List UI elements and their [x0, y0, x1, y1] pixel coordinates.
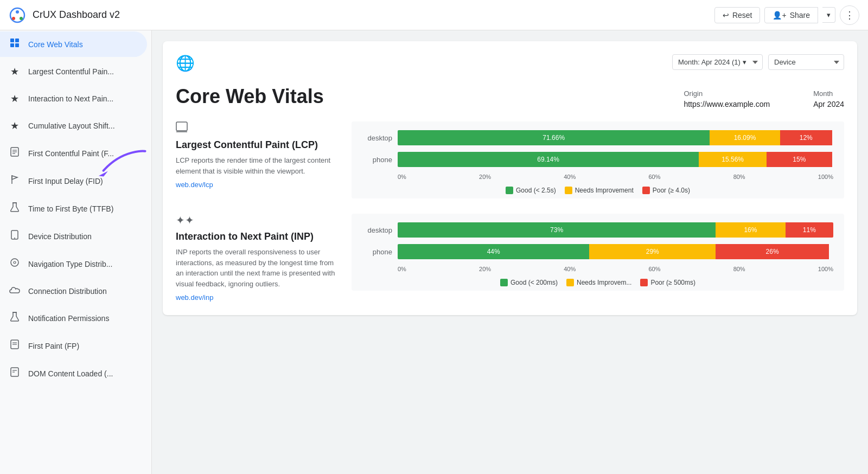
svg-rect-26	[176, 122, 187, 131]
lcp-desktop-good: 71.66%	[398, 130, 710, 145]
lcp-legend-poor: Poor (≥ 4.0s)	[642, 187, 690, 194]
lcp-link[interactable]: web.dev/lcp	[176, 181, 213, 189]
lcp-phone-poor: 15%	[767, 152, 832, 167]
inp-section: ✦✦ Interaction to Next Paint (INP) INP r…	[176, 214, 844, 302]
notification-icon	[9, 312, 21, 324]
app-title: CrUX Dashboard v2	[33, 9, 120, 21]
sidebar-label-inp: Interaction to Next Pain...	[28, 94, 113, 103]
main-layout: Core Web Vitals ★ Largest Contentful Pai…	[0, 30, 868, 474]
inp-description: INP reports the overall responsiveness t…	[176, 247, 339, 289]
inp-desktop-label: desktop	[362, 226, 392, 234]
svg-rect-6	[15, 39, 19, 42]
star-icon-inp: ★	[9, 93, 21, 105]
doc-icon-fcp	[9, 147, 21, 159]
inp-link[interactable]: web.dev/inp	[176, 293, 213, 302]
inp-phone-bar: 44% 29% 26%	[398, 244, 833, 259]
inp-legend-good: Good (< 200ms)	[500, 279, 558, 286]
reset-button[interactable]: ↩ Reset	[714, 7, 761, 23]
doc-icon-dcl	[9, 367, 21, 380]
sidebar-item-fp[interactable]: First Paint (FP)	[0, 333, 147, 358]
needs-color-dot	[565, 187, 572, 194]
sidebar-label-cls: Cumulative Layout Shift...	[28, 121, 115, 130]
sidebar-label-connection: Connection Distribution	[28, 287, 107, 296]
lcp-legend-needs: Needs Improvement	[565, 187, 634, 194]
dashboard-controls: Month: Apr 2024 (1) ▾ Device	[672, 54, 844, 70]
sidebar-label-notification: Notification Permissions	[28, 314, 109, 323]
phone-icon	[9, 230, 21, 242]
lcp-desktop-needs: 16.09%	[710, 130, 780, 145]
inp-needs-dot	[566, 279, 574, 286]
svg-rect-8	[15, 43, 19, 47]
lcp-desktop-label: desktop	[362, 134, 392, 142]
dashboard-header: 🌐 Month: Apr 2024 (1) ▾ Device	[176, 54, 844, 72]
share-button[interactable]: 👤+ Share	[764, 7, 818, 23]
doc-icon-fp	[9, 340, 21, 352]
flag-icon-fid	[9, 175, 21, 187]
sidebar-label-device: Device Distribution	[28, 232, 92, 241]
inp-x-axis: 0% 20% 40% 60% 80% 100%	[362, 266, 833, 272]
svg-point-2	[12, 17, 15, 20]
lcp-phone-label: phone	[362, 156, 392, 164]
lcp-x-axis: 0% 20% 40% 60% 80% 100%	[362, 174, 833, 180]
lcp-phone-bar-row: phone 69.14% 15.56% 15%	[362, 152, 833, 167]
inp-legend: Good (< 200ms) Needs Improvem... Poor (≥…	[362, 279, 833, 286]
sidebar-item-ttfb[interactable]: Time to First Byte (TTFB)	[0, 196, 147, 221]
month-selector[interactable]: Month: Apr 2024 (1) ▾	[672, 54, 763, 70]
reset-icon: ↩	[723, 11, 729, 20]
lcp-info: Largest Contentful Paint (LCP) LCP repor…	[176, 121, 339, 189]
inp-phone-bar-row: phone 44% 29% 26%	[362, 244, 833, 259]
inp-poor-dot	[640, 279, 648, 286]
inp-legend-poor: Poor (≥ 500ms)	[640, 279, 695, 286]
lcp-legend-good: Good (< 2.5s)	[506, 187, 556, 194]
sidebar-label-fcp: First Contentful Paint (F...	[28, 149, 114, 158]
lcp-icon	[176, 121, 339, 135]
svg-point-0	[10, 8, 24, 22]
dashboard-card: 🌐 Month: Apr 2024 (1) ▾ Device Core Web …	[163, 41, 857, 315]
inp-desktop-good: 73%	[398, 222, 716, 238]
lcp-description: LCP reports the render time of the large…	[176, 155, 339, 176]
more-options-button[interactable]: ⋮	[840, 5, 859, 25]
svg-point-3	[20, 17, 23, 20]
sidebar-item-fid[interactable]: First Input Delay (FID)	[0, 168, 147, 194]
month-label: Month	[813, 89, 844, 98]
cloud-icon	[9, 285, 21, 297]
lcp-desktop-bar: 71.66% 16.09% 12%	[398, 130, 833, 145]
lcp-desktop-poor: 12%	[780, 130, 832, 145]
star-icon-lcp: ★	[9, 66, 21, 78]
lcp-phone-needs: 15.56%	[699, 152, 767, 167]
sidebar-item-core-web-vitals[interactable]: Core Web Vitals	[0, 31, 147, 57]
sidebar-label-core-web-vitals: Core Web Vitals	[28, 40, 83, 49]
device-selector[interactable]: Device	[768, 54, 844, 70]
page-title: Core Web Vitals	[176, 85, 324, 108]
svg-point-18	[14, 261, 16, 264]
sidebar-item-inp[interactable]: ★ Interaction to Next Pain...	[0, 86, 147, 111]
inp-desktop-needs: 16%	[716, 222, 785, 238]
header-left: CrUX Dashboard v2	[9, 7, 120, 24]
origin-meta: Origin https://www.example.com	[684, 89, 770, 108]
share-caret-button[interactable]: ▾	[822, 7, 835, 23]
share-icon: 👤+	[773, 11, 786, 20]
svg-rect-7	[10, 43, 14, 47]
crux-logo-icon: 🌐	[176, 54, 195, 72]
sidebar-item-lcp[interactable]: ★ Largest Contentful Pain...	[0, 59, 147, 84]
lcp-chart: desktop 71.66% 16.09% 12% phone 69.14% 1…	[352, 121, 844, 198]
lcp-legend: Good (< 2.5s) Needs Improvement Poor (≥ …	[362, 187, 833, 194]
inp-chart: desktop 73% 16% 11% phone 44% 29%	[352, 214, 844, 291]
origin-label: Origin	[684, 89, 770, 98]
header-right: ↩ Reset 👤+ Share ▾ ⋮	[714, 5, 859, 25]
sidebar-item-nav-type[interactable]: Navigation Type Distrib...	[0, 251, 147, 277]
sidebar-item-device-distribution[interactable]: Device Distribution	[0, 223, 147, 249]
sidebar-label-fid: First Input Delay (FID)	[28, 177, 103, 185]
lcp-phone-bar: 69.14% 15.56% 15%	[398, 152, 833, 167]
inp-phone-good: 44%	[398, 244, 589, 259]
app-header: CrUX Dashboard v2 ↩ Reset 👤+ Share ▾ ⋮	[0, 0, 868, 30]
sidebar-item-notification[interactable]: Notification Permissions	[0, 305, 147, 331]
sidebar-item-fcp[interactable]: First Contentful Paint (F...	[0, 140, 147, 166]
sidebar-item-connection[interactable]: Connection Distribution	[0, 279, 147, 303]
inp-phone-poor: 26%	[716, 244, 829, 259]
svg-point-1	[16, 10, 19, 14]
sidebar-item-cls[interactable]: ★ Cumulative Layout Shift...	[0, 113, 147, 138]
content-area: 🌐 Month: Apr 2024 (1) ▾ Device Core Web …	[152, 30, 868, 474]
sidebar-item-dcl[interactable]: DOM Content Loaded (...	[0, 361, 147, 386]
sidebar-label-lcp: Largest Contentful Pain...	[28, 67, 114, 76]
